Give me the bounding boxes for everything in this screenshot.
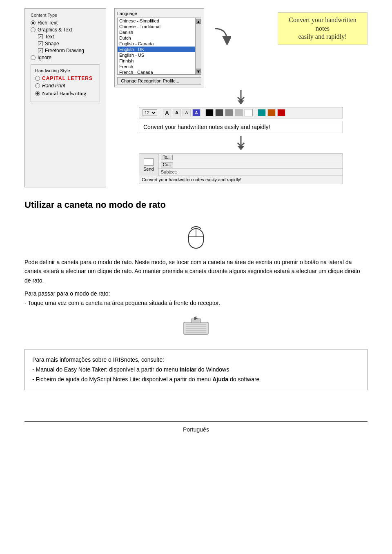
graphics-text-radio[interactable]	[31, 27, 36, 32]
lang-finnish[interactable]: Finnish	[118, 58, 195, 64]
natural-handwriting-label: Natural Handwriting	[42, 90, 86, 97]
arrow-down-2	[114, 134, 368, 150]
screenshot-area: Content Type Rich Text Graphics & Text ✓…	[0, 0, 392, 191]
freeform-option[interactable]: ✓ Freeform Drawing	[38, 48, 100, 53]
converted-text-display: Convert your handwritten notes easily an…	[139, 121, 343, 133]
language-scrollbar[interactable]: ▲ ▼	[195, 18, 201, 74]
email-icon	[144, 158, 154, 166]
down-arrow-svg-1	[233, 88, 249, 105]
subject-label: Subject:	[161, 169, 183, 174]
send-label: Send	[143, 167, 154, 171]
natural-handwriting-radio[interactable]	[35, 91, 40, 96]
capital-letters-radio[interactable]	[35, 76, 40, 81]
text-option[interactable]: ✓ Text	[38, 34, 100, 40]
freeform-checkbox[interactable]: ✓	[38, 48, 43, 53]
change-profile-button[interactable]: Change Recognition Profile...	[117, 77, 201, 85]
lang-english-us[interactable]: English - US	[118, 52, 195, 58]
info-box: Para mais informações sobre o IRISnotes,…	[24, 349, 368, 390]
language-list[interactable]: Chinese - Simplified Chinese - Tradition…	[117, 18, 201, 75]
lang-english-canada[interactable]: English - Canada	[118, 41, 195, 47]
handwriting-style-label: Handwriting Style	[35, 68, 96, 73]
right-down-arrow	[211, 20, 231, 45]
lang-french[interactable]: French	[118, 64, 195, 69]
ajuda-bold: Ajuda	[212, 376, 228, 383]
toolbar: 12 14 16 A A A A	[139, 107, 343, 118]
rich-text-radio[interactable]	[31, 20, 36, 25]
left-panel: Content Type Rich Text Graphics & Text ✓…	[24, 8, 106, 187]
mouse-icon-area	[24, 218, 368, 251]
to-button[interactable]: To...	[161, 155, 173, 160]
capital-letters-option[interactable]: CAPITAL LETTERS	[35, 76, 96, 81]
lang-chinese-simplified[interactable]: Chinese - Simplified	[118, 18, 195, 24]
body-text-1: Pode definir a caneta para o modo de rat…	[24, 259, 360, 284]
color-light[interactable]	[235, 109, 243, 116]
color-orange[interactable]	[267, 109, 276, 116]
graphics-text-option[interactable]: Graphics & Text	[31, 27, 100, 33]
color-teal[interactable]	[258, 109, 266, 116]
email-panel: Send To... Cc... Subject:	[139, 154, 343, 184]
footer-language: Português	[0, 426, 392, 433]
text-checkbox[interactable]: ✓	[38, 34, 43, 39]
receptor-image-area	[24, 314, 368, 343]
main-content: Utilizar a caneta no modo de rato Pode d…	[0, 191, 392, 405]
mouse-icon	[184, 218, 208, 251]
info-line-1: Para mais informações sobre o IRISnotes,…	[32, 355, 360, 365]
footer-divider	[24, 421, 368, 422]
handwritten-note: Convert your handwritten noteseasily and…	[278, 12, 368, 45]
ignore-radio[interactable]	[31, 55, 36, 60]
to-input[interactable]	[174, 155, 340, 160]
send-button[interactable]: Send	[139, 154, 158, 176]
handwriting-section: Handwriting Style CAPITAL LETTERS Hand P…	[31, 65, 100, 102]
page-heading: Utilizar a caneta no modo de rato	[24, 200, 368, 210]
lang-english-uk[interactable]: English - UK	[118, 47, 195, 52]
shape-checkbox[interactable]: ✓	[38, 41, 43, 46]
body-paragraph-1: Pode definir a caneta para o modo de rat…	[24, 258, 368, 285]
text-label: Text	[45, 34, 54, 40]
converted-text: Convert your handwritten notes easily an…	[143, 124, 270, 130]
natural-handwriting-option[interactable]: Natural Handwriting	[35, 90, 96, 97]
down-arrow-svg-2	[233, 134, 249, 150]
info-line-3: - Ficheiro de ajuda do MyScript Notes Li…	[32, 375, 360, 385]
graphics-text-label: Graphics & Text	[38, 27, 72, 33]
right-panel: Language Chinese - Simplified Chinese - …	[114, 8, 368, 187]
color-red[interactable]	[277, 109, 285, 116]
arrow-down-1	[114, 88, 368, 105]
arrow-area	[211, 8, 231, 45]
body-text-2: Para passar para o modo de rato: - Toque…	[24, 290, 220, 306]
font-a-small[interactable]: A	[183, 109, 191, 116]
info-line-2: - Manual do Easy Note Taker: disponível …	[32, 365, 360, 375]
ignore-label: Ignore	[38, 55, 51, 60]
email-body: Convert your handwritten notes easily an…	[139, 176, 343, 184]
font-size-select[interactable]: 12 14 16	[143, 109, 157, 116]
svg-marker-0	[238, 100, 244, 105]
body-paragraph-2: Para passar para o modo de rato: - Toque…	[24, 289, 368, 307]
subject-input[interactable]	[183, 169, 340, 174]
receptor-svg	[176, 314, 216, 343]
font-color-btn[interactable]: A	[192, 109, 200, 116]
color-dark[interactable]	[215, 109, 223, 116]
font-a-medium[interactable]: A	[173, 109, 181, 116]
email-body-text: Convert your handwritten notes easily an…	[142, 177, 241, 182]
language-title: Language	[117, 11, 201, 16]
rich-text-option[interactable]: Rich Text	[31, 20, 100, 26]
lang-danish[interactable]: Danish	[118, 29, 195, 35]
cc-field-row: Cc...	[158, 161, 343, 169]
language-list-inner: Chinese - Simplified Chinese - Tradition…	[118, 18, 195, 74]
hand-print-option[interactable]: Hand Print	[35, 83, 96, 89]
shape-label: Shape	[45, 41, 59, 47]
shape-option[interactable]: ✓ Shape	[38, 41, 100, 47]
lang-french-canada[interactable]: French - Canada	[118, 69, 195, 74]
lang-dutch[interactable]: Dutch	[118, 35, 195, 41]
color-black[interactable]	[205, 109, 214, 116]
subject-field-row: Subject:	[158, 169, 343, 176]
ignore-option[interactable]: Ignore	[31, 55, 100, 60]
lang-chinese-traditional[interactable]: Chinese - Traditional	[118, 24, 195, 29]
color-white[interactable]	[245, 109, 253, 116]
font-a-large[interactable]: A	[163, 109, 171, 116]
color-medium[interactable]	[225, 109, 233, 116]
to-field-row: To...	[158, 154, 343, 161]
hand-print-radio[interactable]	[35, 83, 40, 88]
cc-input[interactable]	[175, 162, 340, 167]
cc-button[interactable]: Cc...	[161, 162, 174, 167]
svg-marker-1	[238, 146, 244, 150]
